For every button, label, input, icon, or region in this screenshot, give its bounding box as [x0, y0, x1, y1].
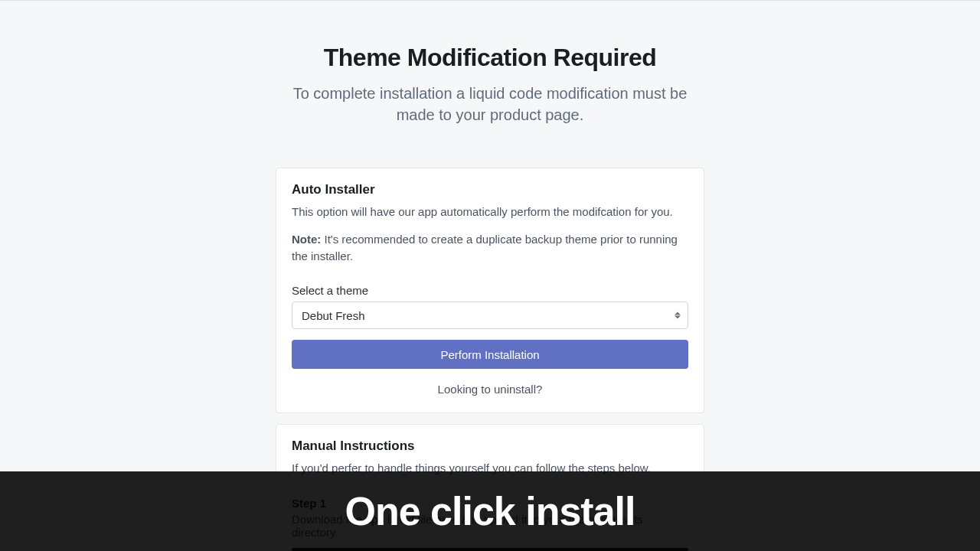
uninstall-link[interactable]: Looking to uninstall? [292, 383, 688, 396]
manual-instructions-title: Manual Instructions [292, 439, 688, 454]
theme-select-wrapper[interactable]: Debut Fresh [292, 302, 688, 329]
auto-installer-card: Auto Installer This option will have our… [276, 168, 704, 413]
theme-select[interactable]: Debut Fresh [292, 302, 688, 329]
page-subtitle: To complete installation a liquid code m… [276, 83, 704, 126]
note-text: It's recommended to create a duplicate b… [292, 233, 678, 262]
page-title: Theme Modification Required [276, 44, 704, 72]
perform-installation-button[interactable]: Perform Installation [292, 340, 688, 369]
select-theme-label: Select a theme [292, 284, 688, 297]
auto-installer-description: This option will have our app automatica… [292, 204, 688, 220]
auto-installer-note: Note: It's recommended to create a dupli… [292, 231, 688, 265]
auto-installer-title: Auto Installer [292, 182, 688, 197]
promo-headline: One click install [345, 488, 635, 534]
note-label: Note: [292, 233, 321, 246]
promo-overlay: One click install [0, 471, 980, 551]
